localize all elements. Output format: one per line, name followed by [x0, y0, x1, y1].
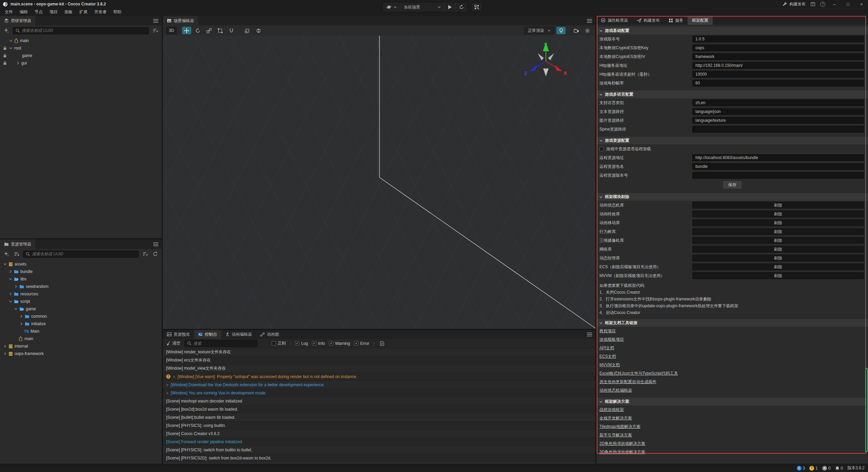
asset-node-oops-framework[interactable]: oops-framework: [0, 350, 162, 357]
chevron-down-icon[interactable]: [3, 262, 7, 266]
asset-node-game[interactable]: game: [0, 305, 162, 313]
assets-search[interactable]: [23, 251, 139, 258]
lock-icon[interactable]: [2, 54, 7, 58]
rect-tool-button[interactable]: [216, 27, 225, 34]
http-server-input[interactable]: [692, 62, 864, 69]
help-icon[interactable]: ?: [820, 2, 825, 7]
asset-node-main-ts[interactable]: TS Main: [0, 328, 162, 335]
assets-search-input[interactable]: [32, 252, 136, 256]
link-guide-solution[interactable]: 新手引导解决方案: [596, 431, 635, 439]
chevron-down-icon[interactable]: [9, 39, 13, 42]
checkbox-unchecked[interactable]: [599, 147, 604, 151]
info-count[interactable]: i 3: [797, 466, 805, 471]
restart-button[interactable]: [456, 2, 467, 12]
move-tool-button[interactable]: [182, 27, 191, 34]
log-row-info[interactable]: > [Window] You are running Vue in develo…: [163, 389, 595, 397]
tab-framework-config[interactable]: 框架配置: [688, 16, 713, 25]
hierarchy-search[interactable]: [13, 27, 149, 34]
tree-node-gui[interactable]: gui: [0, 59, 162, 67]
asset-node-initialize[interactable]: initialize: [0, 320, 162, 328]
log-row[interactable]: [Scene] [PHYSICS]: switch from builtin t…: [163, 446, 595, 454]
package-icon[interactable]: [810, 2, 815, 6]
remove-anim-move-button[interactable]: 剔除: [692, 219, 864, 226]
remove-mvvm-button[interactable]: 剔除: [692, 272, 864, 279]
asset-node-main-scene[interactable]: main: [0, 335, 162, 342]
link-anim-statemachine-editor[interactable]: 动画状态机编辑器: [596, 386, 635, 395]
section-doc-links[interactable]: 框架文档工具链接: [596, 319, 868, 327]
crypto-iv-input[interactable]: [692, 53, 864, 60]
link-template-project[interactable]: 游戏模板项目: [596, 335, 627, 344]
asset-node-libs[interactable]: libs: [0, 275, 162, 283]
error-count[interactable]: × 0: [822, 466, 831, 471]
log-row[interactable]: [Window] render_texture文件夹存在: [163, 348, 595, 356]
scene-viewport[interactable]: Y X Z: [163, 36, 595, 329]
filter-log-checkbox[interactable]: ✓ Log: [295, 341, 308, 346]
link-2d-rpg-solution[interactable]: 2D角色扮演游戏解决方案: [596, 439, 648, 448]
log-row-warning[interactable]: ! > [Window] [Vue warn]: Property "onInp…: [163, 373, 595, 381]
section-module-removal[interactable]: 框架模块剔除: [596, 193, 868, 201]
tab-animation-editor[interactable]: 动画编辑器: [221, 330, 256, 339]
lang-json-path-input[interactable]: [692, 108, 864, 115]
platform-select[interactable]: [383, 2, 400, 12]
remove-anim-effect-button[interactable]: 剔除: [692, 211, 864, 217]
section-language-config[interactable]: 游戏多语言配置: [596, 91, 868, 98]
transform-gizmo-tool-button[interactable]: [227, 27, 236, 34]
asset-node-script[interactable]: script: [0, 298, 162, 305]
tab-build-publish[interactable]: 构建发布: [632, 16, 664, 25]
rotate-tool-button[interactable]: [193, 27, 202, 34]
asset-node-internal[interactable]: internal: [0, 342, 162, 350]
section-resource-config[interactable]: 游戏资源配置: [596, 137, 868, 144]
inspector-scrollbar[interactable]: [865, 368, 868, 452]
remote-version-input[interactable]: [692, 172, 864, 179]
tab-hierarchy[interactable]: 层级管理器: [0, 16, 35, 25]
remove-anim-statemachine-button[interactable]: 剔除: [692, 202, 864, 209]
minimize-button[interactable]: –: [830, 2, 839, 7]
tree-node-root[interactable]: root: [0, 44, 162, 52]
log-file-icon[interactable]: [378, 340, 386, 347]
menu-project[interactable]: 项目: [46, 8, 61, 16]
menu-help[interactable]: 帮助: [110, 8, 125, 16]
tree-node-game[interactable]: game: [0, 52, 162, 59]
link-tutorial-project[interactable]: 教程项目: [596, 327, 619, 335]
log-row[interactable]: [Scene] [PHYSICS2D]: switch from box2d-w…: [163, 454, 595, 462]
filter-icon[interactable]: [152, 27, 159, 34]
tab-assets[interactable]: 资源管理器: [0, 239, 35, 249]
play-button[interactable]: [445, 2, 456, 12]
filter-warning-checkbox[interactable]: ✓ Warning: [329, 341, 350, 346]
asset-node-assets[interactable]: assets: [0, 260, 162, 268]
console-search-input[interactable]: [193, 341, 255, 346]
chevron-right-icon[interactable]: [9, 270, 12, 273]
tab-asset-preview[interactable]: 资源预览: [163, 330, 194, 339]
build-publish-button[interactable]: 构建发布: [783, 1, 806, 7]
link-hotupdate-plugin[interactable]: 原生包热更新配置自动生成插件: [596, 378, 659, 386]
remove-network-button[interactable]: 剔除: [692, 246, 864, 253]
remove-behavior-tree-button[interactable]: 剔除: [692, 228, 864, 235]
asset-node-resources[interactable]: resources: [0, 290, 162, 298]
expand-icon[interactable]: >: [173, 375, 175, 379]
link-api-docs[interactable]: API文档: [596, 344, 617, 352]
crypto-key-input[interactable]: [692, 44, 864, 51]
remove-dynamic-texture-button[interactable]: 剔除: [692, 255, 864, 261]
remote-bundle-input[interactable]: [692, 163, 864, 170]
axis-y-label[interactable]: Y: [544, 42, 547, 47]
chevron-right-icon[interactable]: [20, 315, 23, 318]
console-search[interactable]: [184, 340, 257, 347]
preview-qr-button[interactable]: [471, 2, 482, 12]
tab-console[interactable]: 控制台: [194, 330, 221, 339]
panel-menu-icon[interactable]: [153, 19, 158, 23]
filter-info-checkbox[interactable]: ✓ Info: [312, 341, 325, 346]
asset-node-seedrandom[interactable]: seedrandom: [0, 283, 162, 290]
chevron-down-icon[interactable]: [9, 300, 12, 303]
lock-icon[interactable]: [2, 61, 7, 65]
sort-icon[interactable]: [13, 250, 20, 258]
mode-3d-toggle[interactable]: 3D: [166, 27, 177, 34]
log-row[interactable]: [Window] model_view文件夹存在: [163, 365, 595, 373]
lighting-toggle-button[interactable]: [556, 27, 566, 34]
tab-service[interactable]: 服务: [664, 16, 688, 25]
panel-menu-icon[interactable]: [587, 333, 592, 336]
tab-property-inspector[interactable]: 属性检查器: [596, 16, 632, 25]
fps-input[interactable]: [692, 80, 864, 86]
chevron-right-icon[interactable]: [16, 61, 20, 65]
http-timeout-input[interactable]: [692, 71, 864, 78]
create-asset-button[interactable]: [3, 250, 10, 258]
